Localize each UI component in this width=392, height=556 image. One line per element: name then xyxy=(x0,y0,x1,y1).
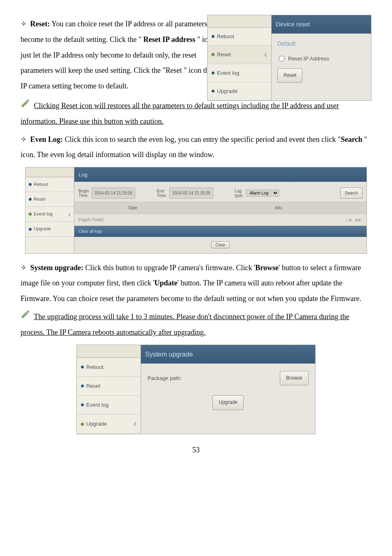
reset-bold-1: Reset IP address xyxy=(143,35,196,44)
system-upgrade-panel: Reboot Reset Event log Upgrade‹ System u… xyxy=(76,345,316,434)
evenlog-text-1: Click this icon to search the even log, … xyxy=(63,135,341,144)
begin-time-input[interactable]: 2014-02-14 21:25:05 xyxy=(92,188,136,199)
col-info: Info. xyxy=(191,204,367,212)
su-text-1: Click this button to upgrade IP camera's… xyxy=(83,264,255,272)
sidebar-item-eventlog[interactable]: Event log‹ xyxy=(25,207,74,222)
log-table-header: Date Info. xyxy=(74,202,367,214)
sidebar-label: Upgrade xyxy=(217,86,238,97)
upgrade-header: System upgrade xyxy=(141,345,315,364)
pager-text: Page0 /Total0 xyxy=(78,215,104,224)
sidebar-item-eventlog[interactable]: Event log xyxy=(77,396,141,415)
dot-icon xyxy=(81,385,84,387)
caution-text: Clicking Reset icon will restores all th… xyxy=(21,102,339,125)
sidebar-label: Event log xyxy=(34,209,53,219)
dot-icon xyxy=(81,366,84,368)
dot-icon xyxy=(212,35,214,38)
evenlog-bold-1: Search xyxy=(341,135,362,144)
log-header: Log xyxy=(74,167,367,182)
system-upgrade-label: System upgrade: xyxy=(30,264,84,272)
reset-ip-checkbox-label: Reset IP Address xyxy=(288,53,329,64)
system-upgrade-section: ✧ System upgrade: Click this button to u… xyxy=(21,260,371,307)
sidebar-label: Event log xyxy=(86,399,108,410)
dot-icon xyxy=(212,72,214,74)
device-reset-sidebar: Reboot Reset‹ Event log Upgrade xyxy=(207,15,272,101)
device-reset-content: Device reset Default Reset IP Address Re… xyxy=(272,15,371,101)
pager-nav-icons[interactable]: |◀ ◀▶ xyxy=(346,215,362,224)
log-pager: Page0 /Total0 |◀ ◀▶ xyxy=(74,214,367,226)
evenlog-section: ✧ Even Log: Click this icon to search th… xyxy=(21,132,371,163)
sidebar-item-reset[interactable]: Reset‹ xyxy=(208,46,271,64)
upgrade-note-text: The upgrading process will take 1 to 3 m… xyxy=(21,313,349,336)
upgrade-sidebar: Reboot Reset Event log Upgrade‹ xyxy=(77,345,141,434)
sidebar-item-upgrade[interactable]: Upgrade xyxy=(208,82,271,100)
sidebar-item-reboot[interactable]: Reboot xyxy=(77,358,141,377)
reset-label: Reset: xyxy=(30,20,50,28)
search-button[interactable]: Search xyxy=(340,188,362,199)
dot-icon xyxy=(81,423,84,426)
log-type-label: Log type: xyxy=(235,189,244,198)
reset-text-block: ✧ Reset: You can choice reset the IP add… xyxy=(21,16,218,94)
caution-note: Clicking Reset icon will restores all th… xyxy=(21,98,371,130)
upgrade-content: System upgrade Package path: Browse Upgr… xyxy=(141,345,315,434)
diamond-icon: ✧ xyxy=(21,16,27,32)
begin-time-label: Begin Time: xyxy=(78,189,89,198)
su-bold-2: Update xyxy=(154,279,178,287)
dot-icon xyxy=(81,403,84,406)
sidebar-label: Reset xyxy=(34,195,46,204)
reset-ip-checkbox[interactable] xyxy=(279,56,284,61)
sidebar-label: Reboot xyxy=(217,31,234,42)
pencil-icon xyxy=(21,98,30,108)
upgrade-button[interactable]: Upgrade xyxy=(212,395,244,410)
log-content: Log Begin Time: 2014-02-14 21:25:05 End … xyxy=(74,167,367,253)
col-date: Date xyxy=(74,204,191,212)
sidebar-label: Reset xyxy=(217,49,231,60)
reset-section: ✧ Reset: You can choice reset the IP add… xyxy=(21,16,371,94)
clear-button[interactable]: Clear xyxy=(211,241,230,248)
log-filters: Begin Time: 2014-02-14 21:25:05 End Time… xyxy=(74,182,367,202)
end-time-input[interactable]: 2014-02-14 21:25:05 xyxy=(169,188,213,199)
dot-icon xyxy=(29,213,32,215)
log-bottom: Clear xyxy=(74,237,367,253)
su-bold-1: Browse xyxy=(255,264,279,272)
end-time-label: End Time: xyxy=(157,189,167,198)
browse-button[interactable]: Browse xyxy=(280,371,309,385)
sidebar-item-reboot[interactable]: Reboot xyxy=(208,28,271,46)
dot-icon xyxy=(212,53,214,56)
sidebar-item-upgrade[interactable]: Upgrade‹ xyxy=(77,415,141,433)
package-path-label: Package path: xyxy=(148,373,182,384)
sidebar-label: Reset xyxy=(86,380,100,392)
diamond-icon: ✧ xyxy=(21,132,27,148)
evenlog-label: Even Log: xyxy=(30,135,63,144)
sidebar-item-reboot[interactable]: Reboot xyxy=(25,177,74,192)
sidebar-label: Reboot xyxy=(86,361,104,373)
sidebar-item-reset[interactable]: Reset xyxy=(25,192,74,207)
sidebar-label: Upgrade xyxy=(86,418,107,429)
default-label: Default xyxy=(277,38,365,50)
upgrade-note: The upgrading process will take 1 to 3 m… xyxy=(21,309,371,341)
clear-all-logs-bar[interactable]: Clear all logs xyxy=(74,226,367,237)
log-sidebar: Reboot Reset Event log‹ Upgrade xyxy=(25,167,74,253)
dot-icon xyxy=(29,183,32,186)
sidebar-item-eventlog[interactable]: Event log xyxy=(208,64,271,82)
device-reset-panel: Reboot Reset‹ Event log Upgrade Device r… xyxy=(207,15,371,101)
dot-icon xyxy=(29,228,32,231)
dot-icon xyxy=(29,198,32,201)
sidebar-item-reset[interactable]: Reset xyxy=(77,377,141,396)
pencil-icon xyxy=(21,309,30,319)
reset-ip-checkbox-row: Reset IP Address xyxy=(277,53,365,64)
sidebar-item-upgrade[interactable]: Upgrade xyxy=(25,222,74,236)
sidebar-label: Event log xyxy=(217,67,239,79)
device-reset-header: Device reset xyxy=(272,15,371,34)
sidebar-label: Reboot xyxy=(34,180,48,189)
package-path-row: Package path: Browse xyxy=(148,371,309,385)
diamond-icon: ✧ xyxy=(21,260,27,276)
dot-icon xyxy=(212,90,214,93)
reset-button[interactable]: Reset xyxy=(277,68,302,83)
page-number: 53 xyxy=(21,442,371,458)
log-type-select[interactable]: Alarm Log xyxy=(246,190,279,197)
log-panel: Reboot Reset Event log‹ Upgrade Log Begi… xyxy=(25,167,367,253)
sidebar-label: Upgrade xyxy=(34,224,51,234)
